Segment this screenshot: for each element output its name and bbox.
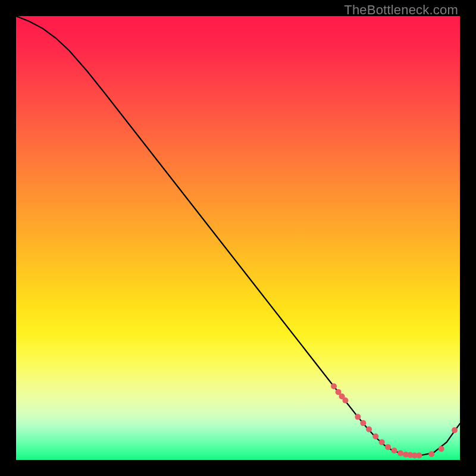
marker-dot: [439, 446, 444, 452]
marker-dots: [331, 383, 458, 458]
marker-dot: [392, 447, 397, 453]
marker-dot: [416, 453, 422, 459]
curve-layer: [16, 16, 460, 460]
marker-dot: [452, 427, 458, 433]
marker-dot: [428, 451, 434, 457]
marker-dot: [372, 434, 378, 440]
marker-dot: [355, 414, 361, 420]
marker-dot: [366, 427, 372, 433]
chart-frame: TheBottleneck.com: [0, 0, 476, 476]
watermark-text: TheBottleneck.com: [344, 2, 458, 18]
plot-area: [16, 16, 460, 460]
marker-dot: [343, 397, 349, 403]
marker-dot: [397, 450, 403, 456]
marker-dot: [331, 383, 337, 389]
marker-dot: [385, 444, 391, 450]
line-curve: [16, 16, 460, 456]
marker-dot: [379, 439, 385, 445]
marker-dot: [360, 420, 366, 426]
